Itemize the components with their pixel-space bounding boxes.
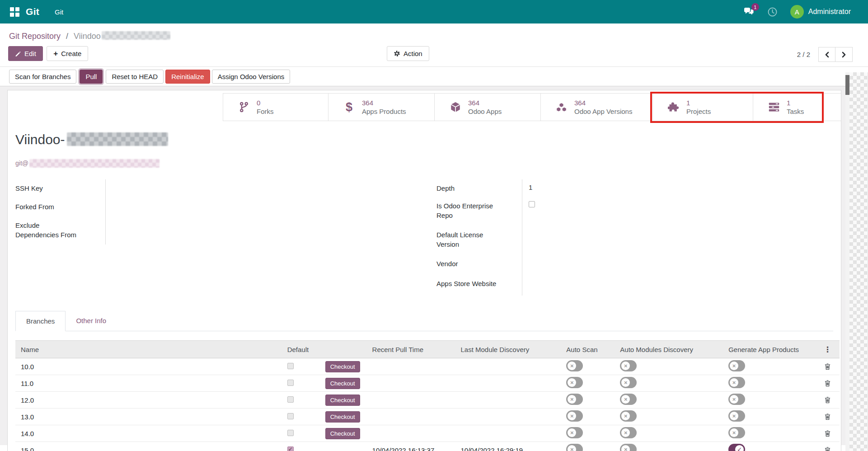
toggle-x-icon: × — [621, 362, 630, 370]
breadcrumb-current: Viindoo — [74, 32, 101, 41]
reset-to-head-button[interactable]: Reset to HEAD — [106, 70, 164, 84]
checkout-button[interactable]: Checkout — [325, 428, 360, 439]
toggle-x-icon: × — [621, 395, 630, 404]
stat-button-tasks[interactable]: 1Tasks — [753, 94, 822, 121]
auto-scan-toggle[interactable]: × — [566, 394, 583, 405]
enterprise-repo-checkbox[interactable] — [529, 201, 535, 207]
menu-item-git[interactable]: Git — [55, 8, 63, 16]
apps-grid-icon[interactable] — [10, 7, 19, 17]
breadcrumb-parent-link[interactable]: Git Repository — [9, 32, 61, 41]
checkout-button[interactable]: Checkout — [325, 411, 360, 423]
pull-button[interactable]: Pull — [80, 70, 103, 84]
pager: 2 / 2 — [797, 47, 853, 62]
generate-app-products-toggle[interactable]: × — [728, 377, 745, 388]
activities-button[interactable] — [767, 6, 779, 18]
delete-row-button[interactable] — [824, 396, 831, 404]
stat-button-odoo-apps[interactable]: 364Odoo Apps — [434, 94, 540, 121]
edit-button[interactable]: Edit — [8, 46, 43, 61]
default-checkbox[interactable] — [287, 380, 294, 386]
table-row[interactable]: 15.0 10/04/2022 16:13:37 10/04/2022 16:2… — [15, 442, 840, 451]
default-checkbox[interactable] — [287, 396, 294, 403]
header-auto-scan[interactable]: Auto Scan — [561, 346, 615, 353]
app-title[interactable]: Git — [26, 6, 39, 17]
default-checkbox[interactable] — [287, 413, 294, 419]
branch-name[interactable]: 12.0 — [15, 396, 280, 404]
branch-name[interactable]: 11.0 — [15, 380, 280, 387]
table-row[interactable]: 11.0 Checkout × × × — [15, 375, 840, 392]
action-button[interactable]: Action — [387, 46, 429, 61]
trash-icon — [824, 413, 831, 420]
header-default[interactable]: Default — [280, 346, 313, 353]
generate-app-products-toggle[interactable]: ✓ — [728, 444, 745, 451]
auto-scan-toggle[interactable]: × — [566, 377, 583, 388]
header-generate-app-products[interactable]: Generate App Products — [723, 346, 816, 353]
auto-scan-toggle[interactable]: × — [566, 360, 583, 371]
checkout-button[interactable]: Checkout — [325, 378, 360, 389]
stat-button-apps-products[interactable]: $ 364Apps Products — [328, 94, 434, 121]
header-name[interactable]: Name — [15, 346, 280, 353]
generate-app-products-toggle[interactable]: × — [728, 410, 745, 422]
navbar-right: 1 A Administrator — [743, 5, 861, 19]
generate-app-products-toggle[interactable]: × — [728, 360, 745, 371]
auto-modules-discovery-toggle[interactable]: × — [620, 427, 637, 438]
header-last-module-discovery[interactable]: Last Module Discovery — [455, 346, 561, 353]
stat-label: Apps Products — [362, 107, 406, 116]
delete-row-button[interactable] — [824, 380, 831, 387]
auto-scan-toggle[interactable]: × — [566, 410, 583, 422]
auto-modules-discovery-toggle[interactable]: × — [620, 377, 637, 388]
stat-button-odoo-app-versions[interactable]: 364Odoo App Versions — [540, 94, 652, 121]
generate-app-products-toggle[interactable]: × — [728, 427, 745, 438]
delete-row-button[interactable] — [824, 363, 831, 370]
default-checkbox[interactable] — [287, 446, 294, 451]
scrollbar-thumb[interactable] — [845, 75, 849, 95]
user-menu[interactable]: A Administrator — [790, 5, 851, 19]
delete-row-button[interactable] — [824, 430, 831, 437]
stat-row-filler — [822, 94, 841, 121]
checkout-button[interactable]: Checkout — [325, 361, 360, 372]
table-row[interactable]: 12.0 Checkout × × × — [15, 392, 840, 409]
default-checkbox[interactable] — [287, 430, 294, 436]
delete-row-button[interactable] — [824, 413, 831, 420]
stat-button-forks[interactable]: 0Forks — [223, 94, 328, 121]
default-checkbox[interactable] — [287, 363, 294, 369]
header-recent-pull-time[interactable]: Recent Pull Time — [367, 346, 455, 353]
field-value-depth: 1 — [522, 179, 833, 197]
auto-modules-discovery-toggle[interactable]: × — [620, 360, 637, 371]
stat-label: Odoo Apps — [468, 107, 502, 116]
dollar-icon: $ — [343, 101, 355, 113]
auto-scan-toggle[interactable]: × — [566, 444, 583, 451]
assign-odoo-versions-button[interactable]: Assign Odoo Versions — [212, 70, 291, 84]
pager-previous-button[interactable] — [818, 47, 835, 62]
field-groups: SSH Key Forked From Exclude Dependencies… — [15, 179, 833, 296]
auto-modules-discovery-toggle[interactable]: × — [620, 444, 637, 451]
checkout-button[interactable]: Checkout — [325, 395, 360, 406]
table-row[interactable]: 13.0 Checkout × × × — [15, 409, 840, 425]
tab-branches[interactable]: Branches — [15, 311, 66, 331]
gear-icon — [394, 50, 400, 57]
branch-name[interactable]: 15.0 — [15, 446, 280, 451]
auto-modules-discovery-toggle[interactable]: × — [620, 394, 637, 405]
repo-url-link[interactable]: git@ — [15, 159, 833, 168]
stat-value: 364 — [468, 99, 502, 107]
create-button[interactable]: + Create — [47, 46, 88, 61]
stat-button-projects[interactable]: 1Projects — [652, 94, 753, 121]
table-row[interactable]: 10.0 Checkout × × × — [15, 358, 840, 375]
header-auto-modules-discovery[interactable]: Auto Modules Discovery — [615, 346, 723, 353]
scan-for-branches-button[interactable]: Scan for Branches — [9, 70, 76, 84]
delete-row-button[interactable] — [824, 446, 831, 451]
auto-scan-toggle[interactable]: × — [566, 427, 583, 438]
toggle-x-icon: × — [568, 362, 576, 370]
branch-name[interactable]: 14.0 — [15, 430, 280, 437]
pager-next-button[interactable] — [835, 47, 853, 62]
reinitialize-button[interactable]: Reinitialize — [165, 70, 210, 84]
statusbar: Scan for Branches Pull Reset to HEAD Rei… — [0, 66, 868, 86]
branch-name[interactable]: 13.0 — [15, 413, 280, 421]
auto-modules-discovery-toggle[interactable]: × — [620, 410, 637, 422]
vertical-scrollbar[interactable] — [845, 72, 849, 451]
tab-other-info[interactable]: Other Info — [66, 311, 117, 331]
table-row[interactable]: 14.0 Checkout × × × — [15, 425, 840, 442]
messages-button[interactable]: 1 — [743, 6, 755, 18]
column-options-icon[interactable]: ⋮ — [824, 345, 831, 354]
branch-name[interactable]: 10.0 — [15, 363, 280, 371]
generate-app-products-toggle[interactable]: × — [728, 394, 745, 405]
